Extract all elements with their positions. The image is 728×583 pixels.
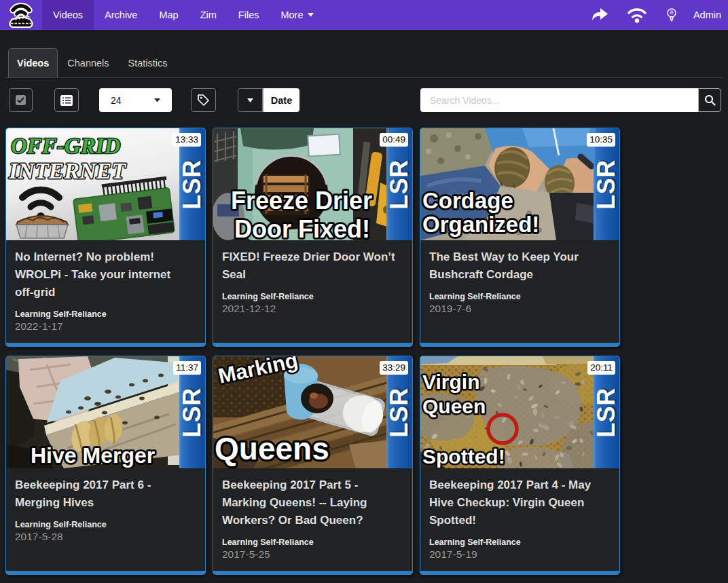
svg-text:Spotted!: Spotted! [422, 445, 505, 468]
svg-text:Queens: Queens [215, 431, 329, 466]
svg-text:Queen: Queen [422, 395, 486, 417]
svg-text:Door Fixed!: Door Fixed! [234, 215, 370, 240]
svg-text:Freeze Drier: Freeze Drier [231, 187, 372, 214]
svg-text:Organized!: Organized! [422, 212, 539, 237]
svg-text:Cordage: Cordage [422, 188, 513, 213]
svg-text:Hive Merger: Hive Merger [31, 443, 155, 468]
svg-text:INTERNET: INTERNET [8, 158, 126, 183]
svg-text:OFF-GRID: OFF-GRID [11, 134, 121, 158]
svg-text:Virgin: Virgin [422, 371, 479, 393]
